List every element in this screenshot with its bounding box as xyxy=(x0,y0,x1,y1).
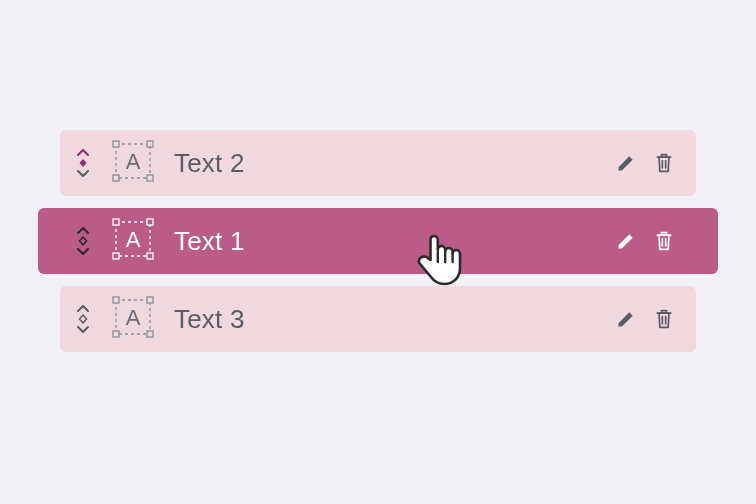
delete-button[interactable] xyxy=(654,230,674,252)
row-actions xyxy=(616,230,674,252)
pencil-icon xyxy=(616,153,636,173)
svg-text:A: A xyxy=(126,227,141,252)
row-label: Text 3 xyxy=(174,304,245,335)
svg-text:A: A xyxy=(126,305,141,330)
drag-handle-icon[interactable] xyxy=(74,305,92,333)
edit-button[interactable] xyxy=(616,231,636,251)
pencil-icon xyxy=(616,231,636,251)
text-element-icon: A xyxy=(110,138,156,188)
trash-icon xyxy=(654,308,674,330)
svg-rect-15 xyxy=(113,331,119,337)
list-row[interactable]: A Text 2 xyxy=(60,130,696,196)
row-label: Text 1 xyxy=(174,226,245,257)
delete-button[interactable] xyxy=(654,152,674,174)
svg-rect-3 xyxy=(113,175,119,181)
svg-rect-13 xyxy=(113,297,119,303)
pencil-icon xyxy=(616,309,636,329)
drag-handle-icon[interactable] xyxy=(74,227,92,255)
trash-icon xyxy=(654,230,674,252)
svg-rect-16 xyxy=(147,331,153,337)
text-element-icon: A xyxy=(110,294,156,344)
row-actions xyxy=(616,308,674,330)
svg-rect-14 xyxy=(147,297,153,303)
delete-button[interactable] xyxy=(654,308,674,330)
trash-icon xyxy=(654,152,674,174)
svg-rect-2 xyxy=(147,141,153,147)
svg-rect-1 xyxy=(113,141,119,147)
row-label: Text 2 xyxy=(174,148,245,179)
svg-rect-9 xyxy=(113,253,119,259)
svg-text:A: A xyxy=(126,149,141,174)
text-element-icon: A xyxy=(110,216,156,266)
sortable-list: A Text 2 xyxy=(60,130,696,352)
svg-rect-10 xyxy=(147,253,153,259)
edit-button[interactable] xyxy=(616,153,636,173)
svg-rect-8 xyxy=(147,219,153,225)
list-row[interactable]: A Text 3 xyxy=(60,286,696,352)
edit-button[interactable] xyxy=(616,309,636,329)
svg-rect-4 xyxy=(147,175,153,181)
drag-handle-icon[interactable] xyxy=(74,149,92,177)
list-row-active[interactable]: A Text 1 xyxy=(38,208,718,274)
svg-rect-7 xyxy=(113,219,119,225)
row-actions xyxy=(616,152,674,174)
